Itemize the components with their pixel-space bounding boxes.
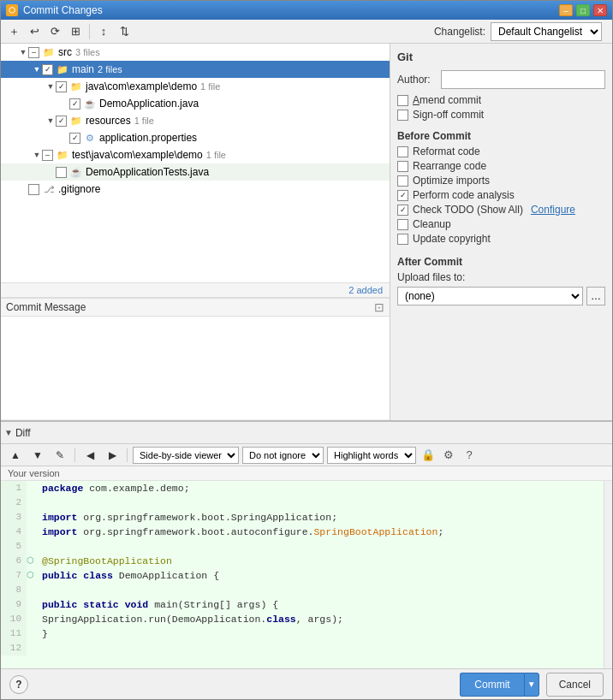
line-num-6: 6 — [1, 554, 27, 568]
group-button[interactable]: ⊞ — [66, 22, 85, 41]
move-up-button[interactable]: ↕ — [94, 22, 113, 41]
diff-back-button[interactable]: ◀ — [80, 447, 99, 464]
bottom-right-buttons: Commit ▼ Cancel — [460, 673, 604, 697]
changelist-label: Changelist: — [434, 26, 485, 38]
signoff-checkbox[interactable] — [397, 110, 408, 121]
diff-forward-button[interactable]: ▶ — [103, 447, 122, 464]
added-badge: 2 added — [1, 283, 390, 298]
upload-label: Upload files to: — [397, 271, 605, 283]
rearrange-checkbox[interactable] — [397, 161, 408, 172]
lock-icon-button[interactable]: 🔒 — [420, 447, 437, 464]
checkbox-src[interactable] — [28, 47, 39, 58]
move-down-button[interactable]: ⇅ — [115, 22, 134, 41]
ignore-select[interactable]: Do not ignore — [242, 447, 324, 464]
checkbox-test[interactable] — [42, 150, 53, 161]
highlight-select[interactable]: Highlight words — [327, 447, 416, 464]
git-file-icon: ⎇ — [42, 182, 56, 196]
diff-collapse-icon[interactable]: ▼ — [4, 428, 13, 437]
line-num-5: 5 — [1, 539, 27, 554]
count-java: 1 file — [200, 81, 220, 92]
optimize-checkbox[interactable] — [397, 175, 408, 187]
expand-icon — [59, 98, 69, 109]
after-commit-title: After Commit — [397, 256, 605, 268]
folder-icon-src: 📁 — [42, 45, 56, 59]
added-count: 2 added — [348, 285, 383, 295]
reformat-checkbox[interactable] — [397, 146, 408, 157]
expand-icon: ▼ — [45, 81, 56, 92]
cleanup-checkbox[interactable] — [397, 219, 408, 230]
checkbox-resources[interactable] — [56, 116, 67, 127]
cancel-button[interactable]: Cancel — [546, 673, 604, 697]
title-bar: ⬡ Commit Changes – □ ✕ — [1, 1, 612, 20]
checkbox-appprops[interactable] — [69, 133, 80, 144]
changelist-select[interactable]: Default Changelist — [491, 22, 602, 41]
tree-item-main[interactable]: ▼ 📁 main 2 files — [1, 61, 390, 78]
tree-item-java[interactable]: ▼ 📁 java\com\example\demo 1 file — [1, 78, 390, 95]
diff-edit-button[interactable]: ✎ — [51, 447, 69, 464]
code-line-10: 10 SpringApplication.run(DemoApplication… — [1, 612, 604, 626]
help-button[interactable]: ? — [9, 675, 28, 694]
checkbox-demotests[interactable] — [56, 167, 67, 178]
close-button[interactable]: ✕ — [593, 4, 607, 16]
java-file-icon: ☕ — [83, 97, 97, 110]
diff-toolbar-sep-1 — [74, 448, 75, 462]
settings-icon-button[interactable]: ⚙ — [440, 447, 457, 464]
commit-arrow-button[interactable]: ▼ — [524, 673, 539, 697]
author-input[interactable] — [441, 70, 605, 89]
configure-link[interactable]: Configure — [531, 204, 575, 216]
diff-prev-change-button[interactable]: ▲ — [6, 447, 25, 464]
tree-item-demoapplication[interactable]: ☕ DemoApplication.java — [1, 95, 390, 112]
tree-item-resources[interactable]: ▼ 📁 resources 1 file — [1, 112, 390, 129]
checkbox-main[interactable] — [42, 64, 53, 75]
copyright-row: Update copyright — [397, 233, 605, 245]
code-line-9: 9 public static void main(String[] args)… — [1, 597, 604, 612]
checkbox-demoapplication[interactable] — [69, 98, 80, 110]
refresh-button[interactable]: ⟳ — [45, 22, 64, 41]
line-num-3: 3 — [1, 510, 27, 525]
diff-code-panel[interactable]: 1 package com.example.demo; 2 3 import o… — [1, 481, 604, 668]
copyright-checkbox[interactable] — [397, 234, 408, 245]
help-diff-button[interactable]: ? — [461, 447, 478, 464]
amend-checkbox[interactable] — [397, 95, 408, 106]
signoff-row: Sign-off commit — [397, 109, 605, 121]
diff-section: ▼ Diff ▲ ▼ ✎ ◀ ▶ Side-by-side viewer Do … — [1, 420, 612, 668]
add-button[interactable]: ＋ — [4, 22, 23, 41]
bottom-bar: ? Commit ▼ Cancel — [1, 668, 612, 699]
checkbox-gitignore[interactable] — [28, 184, 39, 195]
checktodo-checkbox[interactable] — [397, 205, 408, 216]
maximize-button[interactable]: □ — [576, 4, 590, 16]
revert-button[interactable]: ↩ — [25, 22, 44, 41]
line-text-4: import org.springframework.boot.autoconf… — [39, 525, 443, 539]
cleanup-row: Cleanup — [397, 218, 605, 230]
checkbox-java[interactable] — [56, 81, 67, 92]
code-line-3: 3 import org.springframework.boot.Spring… — [1, 510, 604, 525]
tree-item-appprops[interactable]: ⚙ application.properties — [1, 129, 390, 146]
optimize-row: Optimize imports — [397, 175, 605, 187]
code-line-8: 8 — [1, 583, 604, 597]
line-text-10: SpringApplication.run(DemoApplication.cl… — [39, 612, 343, 626]
code-line-7: 7 ⬡ public class DemoApplication { — [1, 568, 604, 583]
diff-next-change-button[interactable]: ▼ — [28, 447, 47, 464]
line-num-11: 11 — [1, 626, 27, 641]
line-icon-6: ⬡ — [27, 554, 39, 568]
minimize-button[interactable]: – — [559, 4, 573, 16]
tree-item-gitignore[interactable]: ⎇ .gitignore — [1, 181, 390, 198]
tree-item-src[interactable]: ▼ 📁 src 3 files — [1, 44, 390, 61]
props-file-icon: ⚙ — [83, 131, 97, 145]
viewer-select[interactable]: Side-by-side viewer — [133, 447, 239, 464]
line-text-11: } — [39, 626, 48, 641]
commit-message-input[interactable] — [1, 317, 390, 419]
diff-scrollbar[interactable] — [604, 481, 612, 668]
expand-icon: ▼ — [32, 150, 42, 160]
commit-button[interactable]: Commit — [460, 673, 523, 697]
tree-item-demotests[interactable]: ☕ DemoApplicationTests.java — [1, 163, 390, 181]
file-tree[interactable]: ▼ 📁 src 3 files ▼ 📁 main 2 files — [1, 44, 390, 283]
code-line-12: 12 — [1, 641, 604, 656]
perform-label: Perform code analysis — [413, 189, 515, 201]
tree-item-test[interactable]: ▼ 📁 test\java\com\example\demo 1 file — [1, 146, 390, 163]
upload-options-button[interactable]: … — [586, 287, 605, 306]
perform-checkbox[interactable] — [397, 190, 408, 201]
line-num-2: 2 — [1, 495, 27, 510]
expand-message-icon[interactable]: ⊡ — [374, 300, 384, 314]
upload-select[interactable]: (none) — [397, 287, 583, 306]
